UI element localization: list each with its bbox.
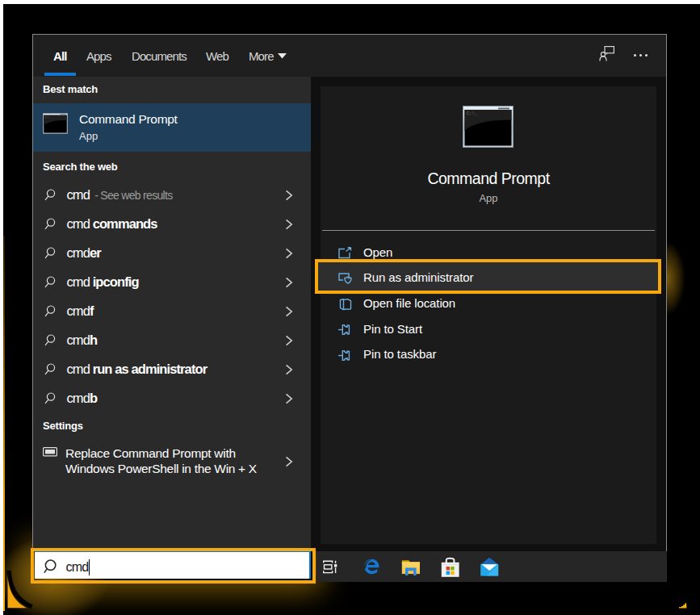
svg-text:C:\_: C:\_ <box>44 115 50 119</box>
svg-text:C:\_: C:\_ <box>467 111 478 116</box>
